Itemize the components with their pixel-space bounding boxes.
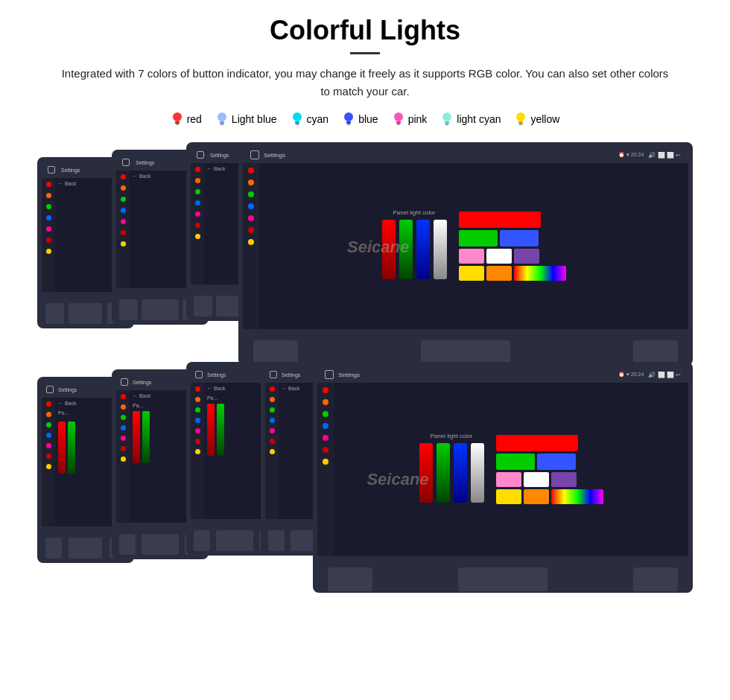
svg-rect-2 [175, 124, 179, 125]
svg-rect-14 [396, 124, 400, 125]
color-item-pink: pink [392, 111, 428, 127]
svg-rect-8 [295, 124, 299, 125]
color-item-red: red [171, 111, 202, 127]
svg-rect-13 [396, 121, 401, 124]
page-wrapper: Colorful Lights Integrated with 7 colors… [0, 0, 730, 700]
svg-rect-11 [347, 124, 351, 125]
svg-rect-17 [445, 124, 449, 125]
bulb-pink [392, 111, 405, 127]
svg-rect-4 [220, 121, 224, 124]
color-item-lightblue: Light blue [215, 111, 277, 127]
device-bottom-main: Settings ⏰ ♥ 20:24 🔊 ⬜ ⬜ ↩ [313, 362, 693, 593]
svg-rect-5 [220, 124, 223, 125]
svg-point-3 [218, 112, 226, 121]
color-label-lightcyan: light cyan [457, 113, 501, 125]
color-label-lightblue: Light blue [232, 113, 277, 125]
description: Integrated with 7 colors of button indic… [60, 65, 670, 101]
color-item-cyan: cyan [291, 111, 329, 127]
devices-area: Settings ← Back [30, 142, 700, 626]
color-item-yellow: yellow [514, 111, 559, 127]
page-title: Colorful Lights [270, 15, 460, 46]
bulb-lightblue [215, 111, 229, 127]
bulb-yellow [514, 111, 527, 127]
color-item-lightcyan: light cyan [440, 111, 501, 127]
color-label-red: red [187, 113, 202, 125]
svg-point-0 [173, 112, 182, 121]
color-label-blue: blue [358, 113, 378, 125]
bulb-blue [342, 111, 355, 127]
svg-rect-10 [346, 121, 351, 124]
top-device-stack: Settings ← Back [37, 142, 693, 366]
svg-point-12 [394, 112, 403, 121]
svg-point-9 [344, 112, 353, 121]
device-bottom-main-screen: Settings ⏰ ♥ 20:24 🔊 ⬜ ⬜ ↩ [317, 366, 688, 556]
bulb-cyan [291, 111, 304, 127]
title-divider [350, 52, 380, 54]
svg-rect-1 [175, 121, 180, 124]
svg-rect-19 [518, 121, 523, 124]
device-top-main: Settings ⏰ ♥ 20:24 🔊 ⬜ ⬜ ↩ [238, 142, 693, 366]
color-labels-row: red Light blue cyan blue [171, 111, 560, 127]
svg-rect-16 [445, 121, 449, 124]
svg-point-18 [516, 112, 525, 121]
svg-point-15 [442, 112, 451, 121]
color-item-blue: blue [342, 111, 378, 127]
svg-rect-20 [519, 124, 523, 125]
color-label-yellow: yellow [530, 113, 559, 125]
color-label-cyan: cyan [307, 113, 329, 125]
device-top-main-screen: Settings ⏰ ♥ 20:24 🔊 ⬜ ⬜ ↩ [243, 147, 688, 329]
svg-point-6 [293, 112, 302, 121]
color-label-pink: pink [408, 113, 428, 125]
bulb-lightcyan [440, 111, 454, 127]
svg-rect-7 [295, 121, 299, 124]
bottom-device-stack: Settings ← Back [37, 362, 693, 608]
bulb-red [171, 111, 184, 127]
